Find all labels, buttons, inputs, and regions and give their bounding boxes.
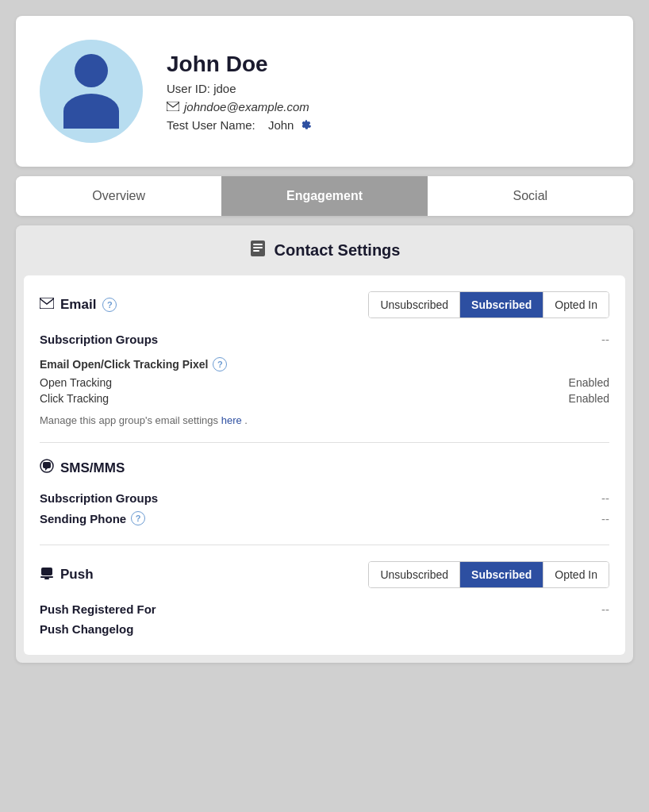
manage-link[interactable]: here <box>221 414 242 426</box>
avatar <box>40 40 143 143</box>
email-label: Email <box>60 297 96 313</box>
push-registered-label: Push Registered For <box>40 602 156 616</box>
section-header: Contact Settings <box>16 225 633 275</box>
tab-social[interactable]: Social <box>428 176 633 216</box>
tab-engagement[interactable]: Engagement <box>221 176 427 216</box>
sms-section: SMS/MMS Subscription Groups -- Sending P… <box>40 443 609 545</box>
subscription-groups-value: -- <box>601 333 609 346</box>
profile-name: John Doe <box>167 52 311 77</box>
profile-card: John Doe User ID: jdoe johndoe@example.c… <box>16 16 633 167</box>
profile-userid: User ID: jdoe <box>167 82 311 95</box>
push-changelog-label: Push Changelog <box>40 622 133 636</box>
push-registered-value: -- <box>601 602 609 616</box>
subscription-groups-label: Subscription Groups <box>40 333 158 346</box>
svg-rect-2 <box>253 244 263 245</box>
email-help-icon[interactable]: ? <box>102 298 117 312</box>
tabs-container: Overview Engagement Social <box>16 176 633 216</box>
push-section: Push Unsubscribed Subscribed Opted In Pu… <box>40 545 609 655</box>
tab-overview[interactable]: Overview <box>16 176 221 216</box>
open-tracking-label: Open Tracking <box>40 376 112 389</box>
svg-rect-7 <box>41 568 52 575</box>
page-container: John Doe User ID: jdoe johndoe@example.c… <box>16 16 633 663</box>
svg-rect-9 <box>44 578 49 579</box>
push-section-title: Push <box>40 566 94 584</box>
sms-section-header: SMS/MMS <box>40 459 609 477</box>
sending-phone-help-icon[interactable]: ? <box>131 511 145 525</box>
click-tracking-value: Enabled <box>569 392 609 405</box>
email-subscribed-btn[interactable]: Subscribed <box>460 292 543 317</box>
email-section-title: Email ? <box>40 297 117 313</box>
content-panel: Contact Settings Email ? <box>16 225 633 663</box>
email-unsubscribed-btn[interactable]: Unsubscribed <box>369 292 460 317</box>
settings-body[interactable]: Email ? Unsubscribed Subscribed Opted In… <box>24 275 625 655</box>
profile-email: johndoe@example.com <box>184 100 309 114</box>
subscription-groups-row: Subscription Groups -- <box>40 329 609 349</box>
push-toggle-group: Unsubscribed Subscribed Opted In <box>368 561 609 588</box>
pixel-tracking-help-icon[interactable]: ? <box>213 357 227 371</box>
profile-email-row: johndoe@example.com <box>167 100 311 114</box>
avatar-body <box>63 94 119 129</box>
sending-phone-row: Sending Phone ? -- <box>40 508 609 529</box>
section-header-title: Contact Settings <box>275 241 401 260</box>
pixel-tracking-label: Email Open/Click Tracking Pixel <box>40 358 208 371</box>
push-icon <box>40 566 54 584</box>
email-section: Email ? Unsubscribed Subscribed Opted In… <box>40 275 609 443</box>
email-section-header: Email ? Unsubscribed Subscribed Opted In <box>40 291 609 318</box>
pixel-tracking-subsection: Email Open/Click Tracking Pixel ? <box>40 357 609 371</box>
gear-icon[interactable] <box>298 118 311 131</box>
manage-text: Manage this app group's email settings h… <box>40 414 609 426</box>
email-optedin-btn[interactable]: Opted In <box>543 292 609 317</box>
sms-icon <box>40 459 54 477</box>
open-tracking-value: Enabled <box>569 376 609 389</box>
open-tracking-row: Open Tracking Enabled <box>40 375 609 391</box>
svg-rect-8 <box>40 576 53 578</box>
svg-rect-0 <box>167 102 179 111</box>
svg-rect-5 <box>40 298 54 309</box>
sms-subscription-groups-label: Subscription Groups <box>40 491 158 505</box>
sending-phone-label: Sending Phone <box>40 512 126 525</box>
email-icon <box>167 102 179 111</box>
push-changelog-row: Push Changelog <box>40 619 609 639</box>
push-registered-row: Push Registered For -- <box>40 599 609 619</box>
sending-phone-value: -- <box>601 512 609 525</box>
avatar-icon <box>63 54 119 129</box>
profile-info: John Doe User ID: jdoe johndoe@example.c… <box>167 52 311 132</box>
push-section-header: Push Unsubscribed Subscribed Opted In <box>40 561 609 588</box>
sms-label: SMS/MMS <box>60 460 125 476</box>
sms-subscription-groups-row: Subscription Groups -- <box>40 488 609 508</box>
click-tracking-row: Click Tracking Enabled <box>40 391 609 406</box>
contact-settings-icon <box>249 240 267 261</box>
avatar-head <box>75 54 108 87</box>
email-toggle-group: Unsubscribed Subscribed Opted In <box>368 291 609 318</box>
svg-rect-4 <box>253 250 259 252</box>
profile-testuser: Test User Name: John <box>167 118 311 132</box>
sms-section-title: SMS/MMS <box>40 459 125 477</box>
push-optedin-btn[interactable]: Opted In <box>543 562 609 587</box>
push-subscribed-btn[interactable]: Subscribed <box>460 562 543 587</box>
email-icon <box>40 297 54 313</box>
sms-subscription-groups-value: -- <box>601 491 609 505</box>
push-unsubscribed-btn[interactable]: Unsubscribed <box>369 562 460 587</box>
push-label: Push <box>60 567 94 583</box>
svg-rect-3 <box>253 247 263 248</box>
click-tracking-label: Click Tracking <box>40 392 109 405</box>
